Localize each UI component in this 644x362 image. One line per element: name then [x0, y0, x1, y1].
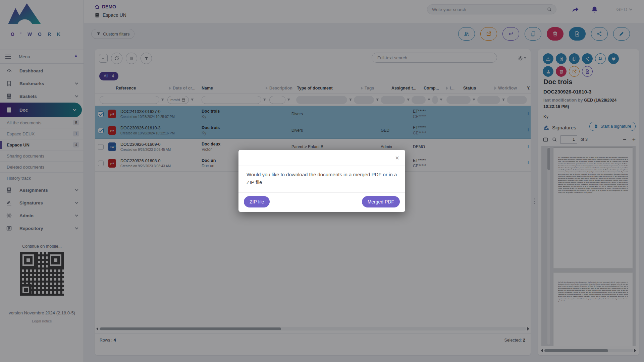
download-choice-modal: × Would you like to download the documen… — [238, 150, 405, 212]
merged-pdf-button[interactable]: Merged PDF — [362, 196, 400, 207]
modal-header: × — [238, 150, 405, 166]
zip-file-button[interactable]: ZIP file — [244, 196, 270, 207]
close-icon[interactable]: × — [394, 153, 400, 163]
modal-message: Would you like to download the documents… — [238, 166, 405, 193]
app-window: O ' W O R K Menu Dashboard Bookmarks Bas… — [0, 0, 644, 362]
modal-footer: ZIP file Merged PDF — [238, 193, 405, 211]
